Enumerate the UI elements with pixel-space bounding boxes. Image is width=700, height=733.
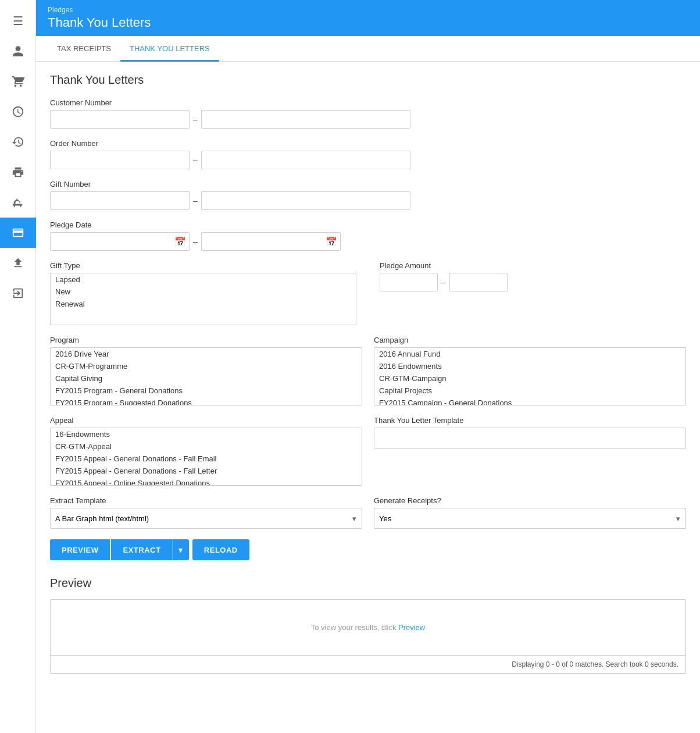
page-header-title: Thank You Letters: [48, 15, 688, 30]
page-title: Thank You Letters: [50, 73, 686, 87]
sidebar: ☰: [0, 0, 36, 733]
tab-thank-you-letters[interactable]: THANK YOU LETTERS: [120, 36, 219, 62]
customer-number-section: Customer Number –: [50, 98, 686, 129]
person-icon[interactable]: [0, 36, 36, 66]
gift-number-to[interactable]: [201, 191, 410, 210]
dash-2: –: [193, 155, 198, 165]
receipt-icon[interactable]: [0, 218, 36, 248]
reload-button[interactable]: RELOAD: [192, 539, 249, 560]
gift-type-label: Gift Type: [50, 261, 356, 270]
gift-type-renewal[interactable]: Renewal: [51, 298, 356, 310]
program-listbox[interactable]: 2016 Drive Year CR-GTM-Programme Capital…: [50, 347, 362, 405]
preview-footer: Displaying 0 - 0 of 0 matches. Search to…: [51, 656, 685, 673]
chair-icon[interactable]: [0, 187, 36, 218]
pledge-date-to-wrap: 📅: [201, 232, 341, 251]
order-number-to[interactable]: [201, 151, 410, 169]
pledge-date-from-wrap: 📅: [50, 232, 190, 251]
order-number-range: –: [50, 151, 686, 169]
campaign-2016-endowments[interactable]: 2016 Endowments: [374, 360, 685, 372]
pledge-date-label: Pledge Date: [50, 220, 686, 229]
generate-receipts-select[interactable]: Yes No: [374, 508, 686, 529]
gift-pledge-row: Gift Type Lapsed New Renewal Pledge Amou…: [50, 261, 686, 325]
preview-empty-message: To view your results, click Preview: [51, 600, 685, 656]
main-content: Pledges Thank You Letters TAX RECEIPTS T…: [36, 0, 700, 733]
preview-title: Preview: [50, 577, 686, 590]
appeal-endowments[interactable]: 16-Endowments: [51, 428, 362, 440]
customer-number-from[interactable]: [50, 110, 190, 129]
thank-you-template-input[interactable]: Standard Thank You Letter: [374, 428, 686, 449]
preview-section: Preview To view your results, click Prev…: [50, 577, 686, 674]
pledge-date-to[interactable]: [201, 232, 341, 251]
extract-dropdown-button[interactable]: ▾: [172, 539, 189, 560]
preview-box: To view your results, click Preview Disp…: [50, 599, 686, 674]
gift-number-section: Gift Number –: [50, 180, 686, 210]
generate-receipts-select-wrap: Yes No: [374, 508, 686, 529]
menu-icon[interactable]: ☰: [0, 6, 36, 36]
pledge-date-section: Pledge Date 📅 – 📅: [50, 220, 686, 251]
program-label: Program: [50, 336, 362, 344]
calendar-to-icon[interactable]: 📅: [326, 236, 337, 247]
program-2016-drive[interactable]: 2016 Drive Year: [51, 348, 362, 360]
extract-button[interactable]: EXTRACT: [111, 539, 172, 560]
tabs-bar: TAX RECEIPTS THANK YOU LETTERS: [36, 36, 700, 62]
program-fy2015-suggested[interactable]: FY2015 Program - Suggested Donations: [51, 397, 362, 405]
print-icon[interactable]: [0, 157, 36, 187]
extract-template-label: Extract Template: [50, 496, 362, 505]
appeal-fy2015-online[interactable]: FY2015 Appeal - Online Suggested Donatio…: [51, 477, 362, 486]
appeal-listbox[interactable]: 16-Endowments CR-GTM-Appeal FY2015 Appea…: [50, 428, 362, 486]
campaign-label: Campaign: [374, 336, 686, 344]
dash-1: –: [193, 115, 198, 124]
thank-you-template-label: Thank You Letter Template: [374, 416, 686, 425]
pledge-amount-to[interactable]: [449, 273, 508, 291]
program-section: Program 2016 Drive Year CR-GTM-Programme…: [50, 336, 362, 405]
dash-3: –: [193, 196, 198, 205]
customer-number-to[interactable]: [201, 110, 410, 129]
extract-template-select[interactable]: A Bar Graph html (text/html) Option 2 Op…: [50, 508, 362, 529]
appeal-fy2015-fall-email[interactable]: FY2015 Appeal - General Donations - Fall…: [51, 453, 362, 465]
pledge-amount-label: Pledge Amount: [380, 261, 686, 270]
order-number-from[interactable]: [50, 151, 190, 169]
upload-icon[interactable]: [0, 248, 36, 278]
preview-button[interactable]: PREVIEW: [50, 539, 110, 560]
gift-number-range: –: [50, 191, 686, 210]
appeal-fy2015-fall-letter[interactable]: FY2015 Appeal - General Donations - Fall…: [51, 465, 362, 477]
program-fy2015-general[interactable]: FY2015 Program - General Donations: [51, 385, 362, 397]
gift-type-listbox[interactable]: Lapsed New Renewal: [50, 273, 356, 325]
campaign-capital-projects[interactable]: Capital Projects: [374, 385, 685, 397]
campaign-section: Campaign 2016 Annual Fund 2016 Endowment…: [374, 336, 686, 405]
extract-template-section: Extract Template A Bar Graph html (text/…: [50, 496, 362, 529]
thank-you-template-section: Thank You Letter Template Standard Thank…: [374, 416, 686, 486]
order-number-section: Order Number –: [50, 139, 686, 169]
campaign-cr-gtm[interactable]: CR-GTM-Campaign: [374, 372, 685, 385]
preview-link[interactable]: Preview: [398, 623, 425, 632]
appeal-cr-gtm[interactable]: CR-GTM-Appeal: [51, 440, 362, 453]
pledge-date-from[interactable]: [50, 232, 190, 251]
clock-icon[interactable]: [0, 97, 36, 127]
gift-type-lapsed[interactable]: Lapsed: [51, 273, 356, 286]
program-capital-giving[interactable]: Capital Giving: [51, 372, 362, 385]
program-cr-gtm[interactable]: CR-GTM-Programme: [51, 360, 362, 372]
extract-generate-row: Extract Template A Bar Graph html (text/…: [50, 496, 686, 529]
campaign-fy2015-general[interactable]: FY2015 Campaign - General Donations: [374, 397, 685, 405]
campaign-listbox[interactable]: 2016 Annual Fund 2016 Endowments CR-GTM-…: [374, 347, 686, 405]
calendar-from-icon[interactable]: 📅: [174, 236, 186, 247]
pledge-amount-from[interactable]: [380, 273, 438, 291]
cart-icon[interactable]: [0, 66, 36, 97]
gift-number-from[interactable]: [50, 191, 190, 210]
order-number-label: Order Number: [50, 139, 686, 148]
program-campaign-row: Program 2016 Drive Year CR-GTM-Programme…: [50, 336, 686, 405]
tab-tax-receipts[interactable]: TAX RECEIPTS: [48, 36, 120, 62]
customer-number-label: Customer Number: [50, 98, 686, 107]
pledge-amount-range: –: [380, 273, 686, 291]
breadcrumb: Pledges: [48, 6, 688, 14]
dash-5: –: [441, 277, 446, 287]
dash-4: –: [193, 237, 198, 246]
campaign-2016-annual[interactable]: 2016 Annual Fund: [374, 348, 685, 360]
generate-receipts-section: Generate Receipts? Yes No: [374, 496, 686, 529]
pledge-date-range: 📅 – 📅: [50, 232, 686, 251]
history-icon[interactable]: [0, 127, 36, 157]
exit-icon[interactable]: [0, 278, 36, 308]
appeal-template-row: Appeal 16-Endowments CR-GTM-Appeal FY201…: [50, 416, 686, 486]
gift-type-new[interactable]: New: [51, 286, 356, 298]
gift-number-label: Gift Number: [50, 180, 686, 188]
